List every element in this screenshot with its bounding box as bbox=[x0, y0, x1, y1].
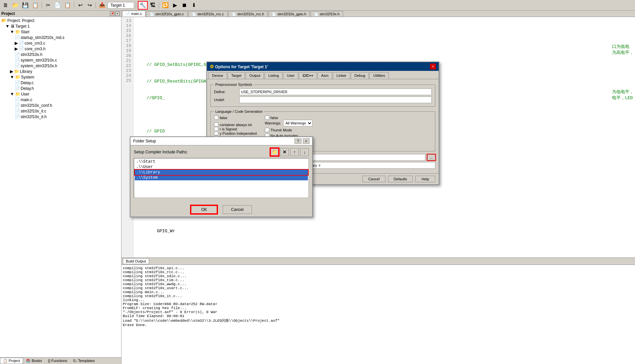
ro-pos-label: y Position Independent bbox=[220, 131, 257, 135]
options-tab-user[interactable]: User bbox=[283, 72, 298, 79]
toolbar-undo[interactable]: ↩ bbox=[76, 1, 85, 10]
sidebar-tab-functions[interactable]: {} Functions bbox=[45, 358, 70, 364]
tree-system-folder[interactable]: ▼ 📁 System bbox=[1, 74, 120, 80]
plain-char-checkbox[interactable] bbox=[214, 127, 218, 131]
tree-root[interactable]: 📂 Project: Project bbox=[1, 18, 120, 23]
tab-main-c-label: main.c bbox=[131, 12, 142, 16]
options-tab-utilities[interactable]: Utilities bbox=[369, 72, 388, 79]
include-paths-browse-btn[interactable]: ... bbox=[427, 154, 435, 160]
undef-input[interactable] bbox=[239, 96, 432, 103]
toolbar-load[interactable]: 📥 bbox=[98, 1, 107, 10]
toolbar-save-all[interactable]: 📋 bbox=[31, 1, 40, 10]
tab-rcc-c[interactable]: 📄 stm32f10x_rcc.c bbox=[188, 11, 228, 17]
tree-system-c[interactable]: 📄 system_stm32f10x.c bbox=[1, 57, 120, 63]
sep1 bbox=[42, 2, 42, 9]
options-tab-listing[interactable]: Listing bbox=[265, 72, 283, 79]
folder-help-btn[interactable]: ? bbox=[295, 138, 301, 144]
toolbar-cut[interactable]: ✂ bbox=[44, 1, 52, 10]
execute-only-checkbox[interactable] bbox=[214, 115, 218, 120]
thumb-mode-checkbox[interactable] bbox=[265, 128, 269, 132]
sep5 bbox=[159, 2, 159, 9]
tab-rcc-c-icon: 📄 bbox=[192, 12, 196, 16]
plain-char-label: r is Signed bbox=[220, 127, 237, 131]
toolbar-save[interactable]: 💾 bbox=[21, 1, 30, 10]
folder-cancel-btn[interactable]: Cancel bbox=[223, 205, 252, 214]
toolbar-translate[interactable]: ▶ bbox=[171, 1, 179, 10]
options-tab-cc[interactable]: C/C++ bbox=[299, 72, 317, 79]
enum-int-checkbox[interactable] bbox=[214, 122, 218, 127]
options-tab-debug[interactable]: Debug bbox=[351, 72, 369, 79]
tree-it-h[interactable]: 📄 stm32f10x_it.h bbox=[1, 114, 120, 119]
tab-gpio-h[interactable]: 📄 stm32f10x_gpio.h bbox=[268, 11, 310, 17]
folder-close-btn[interactable]: × bbox=[303, 138, 310, 144]
toolbar-stop[interactable]: ⏹ bbox=[180, 1, 189, 10]
right-side-text: 口为低电 为高电平， 为低电平， 电平，LED bbox=[612, 44, 635, 101]
toolbar-new[interactable]: 🗎 bbox=[1, 1, 10, 10]
tree-core-cm3-h[interactable]: ▶ 📄 core_cm3.h bbox=[1, 46, 120, 52]
defaults-btn[interactable]: Defaults bbox=[388, 176, 413, 182]
build-content[interactable]: compiling stm32f10x_spi.c...compiling st… bbox=[121, 265, 635, 364]
warnings-select[interactable]: All Warnings bbox=[283, 120, 313, 126]
toolbar-build[interactable]: 🏗 bbox=[148, 1, 157, 10]
toolbar-open[interactable]: 📁 bbox=[11, 1, 20, 10]
tree-delay-c[interactable]: 📄 Delay.c bbox=[1, 80, 120, 86]
tree-stm32f10x-h[interactable]: 📄 stm32f10x.h bbox=[1, 52, 120, 57]
folder-list[interactable]: .\\Start .\\User .\\Library .\\System bbox=[134, 158, 309, 198]
toolbar-paste[interactable]: 📋 bbox=[63, 1, 72, 10]
tab-rcc-h[interactable]: 📄 stm32f10x_rcc.h bbox=[228, 11, 268, 17]
options-dialog-close[interactable]: × bbox=[430, 64, 436, 70]
folder-add-btn[interactable]: 📁 bbox=[270, 148, 279, 156]
options-tab-asm[interactable]: Asm bbox=[318, 72, 332, 79]
tree-target1[interactable]: ▼ 🖥 Target 1 bbox=[1, 23, 120, 29]
tab-stm32-h[interactable]: 📄 stm32f10x.h bbox=[311, 11, 343, 17]
toolbar-download[interactable]: ⬇ bbox=[189, 1, 198, 10]
execute-only-label: false bbox=[220, 116, 227, 120]
tree-delay-h[interactable]: 📄 Delay.h bbox=[1, 86, 120, 91]
folder-list-item-library[interactable]: .\\Library bbox=[135, 170, 308, 175]
tab-gpio-c[interactable]: 📄 stm32f10x_gpio.c bbox=[146, 11, 187, 17]
folder-setup-dialog[interactable]: Folder Setup ? × Setup Compiler Include … bbox=[130, 136, 313, 217]
cancel-btn[interactable]: Cancel bbox=[362, 176, 385, 182]
folder-list-item-system[interactable]: .\\System bbox=[135, 175, 308, 180]
folder-up-btn[interactable]: ↑ bbox=[290, 148, 299, 156]
tree-library-folder[interactable]: ▶ 📁 Library bbox=[1, 69, 120, 74]
build-line: compiling stm32f10x_usart.c... bbox=[123, 286, 634, 290]
tree-main-c[interactable]: 📄 main.c bbox=[1, 97, 120, 102]
folder-list-item-user[interactable]: .\\User bbox=[135, 164, 308, 170]
build-tab-label[interactable]: Build Output bbox=[123, 258, 149, 264]
sidebar-tab-project[interactable]: 📋 Project bbox=[0, 358, 23, 364]
sidebar-pin-btn[interactable]: 📌 bbox=[110, 11, 114, 16]
tree-system-h[interactable]: 📄 system_stm32f10x.h bbox=[1, 63, 120, 69]
tree-core-cm3-c[interactable]: ▶ 📄 core_cm3.c bbox=[1, 40, 120, 46]
options-tab-device[interactable]: Device bbox=[208, 72, 227, 79]
folder-list-item-start[interactable]: .\\Start bbox=[135, 159, 308, 164]
toolbar-redo[interactable]: ↪ bbox=[85, 1, 94, 10]
sidebar-tab-templates[interactable]: 0↓ Templates bbox=[70, 358, 98, 364]
tab-main-c[interactable]: 📄 main.c bbox=[122, 11, 145, 17]
strict-ansi-checkbox[interactable] bbox=[265, 115, 269, 120]
tab-gpio-c-icon: 📄 bbox=[150, 12, 154, 16]
tree-it-c[interactable]: 📄 stm32f10x_it.c bbox=[1, 108, 120, 114]
tree-start-folder[interactable]: ▼ 📁 Start bbox=[1, 29, 120, 35]
tree-view: 📂 Project: Project ▼ 🖥 Target 1 ▼ 📁 Star… bbox=[0, 17, 121, 357]
toolbar-rebuild[interactable]: 🔁 bbox=[161, 1, 170, 10]
sidebar-tab-books[interactable]: 📚 Books bbox=[23, 358, 45, 364]
ro-pos-checkbox[interactable] bbox=[214, 131, 218, 135]
options-dialog-title: ⚙ Options for Target 'Target 1' bbox=[210, 64, 268, 69]
tree-user-folder[interactable]: ▼ 📁 User bbox=[1, 91, 120, 97]
folder-ok-btn[interactable]: OK bbox=[191, 205, 217, 214]
options-tab-target[interactable]: Target bbox=[228, 72, 245, 79]
help-btn[interactable]: Help bbox=[415, 176, 435, 182]
tree-conf-h[interactable]: 📄 stm32f10x_conf.h bbox=[1, 102, 120, 108]
tree-startup-file[interactable]: 📄 startup_stm32f10x_md.s bbox=[1, 35, 120, 40]
folder-down-btn[interactable]: ↓ bbox=[300, 148, 309, 156]
preprocessor-legend: Preprocessor Symbols bbox=[214, 83, 254, 87]
toolbar-options[interactable]: 🔧 bbox=[138, 1, 148, 10]
sidebar-close-btn[interactable]: × bbox=[115, 11, 120, 16]
define-input[interactable] bbox=[239, 89, 432, 95]
options-tab-output[interactable]: Output bbox=[246, 72, 264, 79]
folder-delete-btn[interactable]: ✕ bbox=[280, 148, 289, 156]
toolbar-copy[interactable]: 📄 bbox=[53, 1, 62, 10]
options-tab-linker[interactable]: Linker bbox=[333, 72, 350, 79]
warnings-label: Warnings: bbox=[265, 121, 281, 125]
